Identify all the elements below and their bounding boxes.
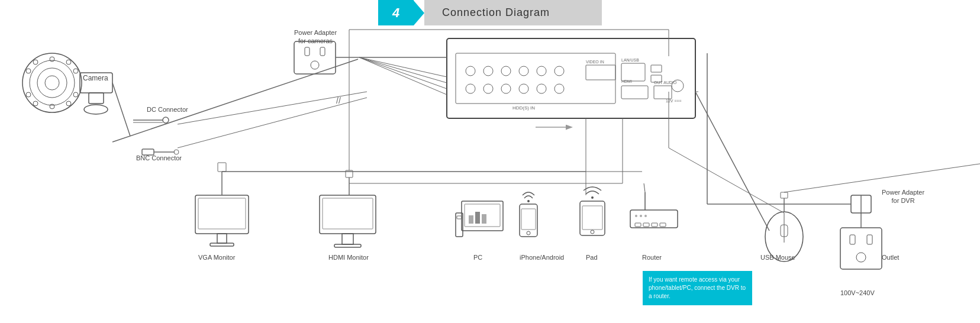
svg-point-5 (50, 104, 54, 109)
svg-point-7 (73, 69, 78, 73)
svg-line-97 (644, 183, 645, 192)
bnc-connector-device (142, 149, 179, 155)
dc-connector-device (133, 117, 169, 123)
svg-rect-85 (482, 214, 486, 224)
svg-rect-29 (447, 38, 695, 118)
svg-point-40 (519, 84, 528, 93)
svg-rect-66 (198, 198, 246, 229)
svg-rect-112 (840, 228, 882, 269)
svg-line-64 (695, 92, 769, 231)
svg-rect-45 (586, 65, 615, 80)
svg-point-2 (37, 68, 67, 98)
svg-point-23 (174, 150, 179, 154)
svg-rect-84 (475, 212, 480, 224)
router-device (630, 183, 678, 228)
svg-rect-110 (781, 192, 788, 198)
svg-point-10 (33, 60, 38, 64)
svg-rect-47 (651, 65, 662, 72)
svg-point-9 (73, 92, 78, 97)
svg-line-57 (359, 57, 447, 77)
svg-rect-14 (80, 73, 112, 93)
svg-point-13 (66, 101, 71, 106)
svg-point-6 (26, 69, 31, 73)
svg-rect-75 (334, 244, 361, 247)
svg-text://: // (336, 96, 341, 105)
svg-rect-65 (195, 195, 249, 234)
svg-rect-72 (320, 195, 376, 234)
svg-point-41 (537, 84, 546, 93)
svg-point-4 (50, 57, 54, 62)
svg-rect-102 (660, 223, 666, 227)
svg-rect-99 (635, 223, 641, 227)
svg-rect-83 (469, 215, 473, 224)
svg-point-95 (591, 196, 594, 199)
svg-rect-89 (521, 209, 536, 230)
svg-text:OUT AUDIO: OUT AUDIO (654, 80, 677, 85)
pc-device (456, 201, 503, 237)
svg-text:12V ===: 12V === (666, 99, 682, 103)
svg-rect-93 (582, 206, 602, 230)
svg-point-12 (33, 101, 38, 106)
svg-point-19 (163, 117, 169, 123)
svg-point-34 (519, 66, 528, 76)
pad-device (580, 187, 605, 235)
svg-line-56 (112, 59, 358, 142)
svg-rect-49 (621, 63, 645, 81)
svg-line-58 (359, 57, 447, 83)
svg-line-17 (112, 83, 130, 136)
outlet-device (707, 53, 882, 269)
svg-line-60 (359, 57, 447, 95)
connection-diagram-svg: HDMI VIDEO IN LAN/USB 12V === OUT AUDIO … (0, 0, 980, 323)
svg-rect-74 (342, 234, 353, 244)
svg-rect-67 (217, 234, 227, 243)
svg-text:HDD(S) IN: HDD(S) IN (512, 105, 535, 111)
svg-rect-101 (652, 223, 657, 227)
svg-rect-26 (320, 47, 325, 56)
svg-line-59 (359, 57, 447, 89)
svg-rect-15 (89, 93, 104, 104)
svg-point-105 (644, 215, 647, 217)
svg-rect-114 (867, 235, 872, 244)
vga-monitor-device (195, 163, 642, 246)
svg-point-39 (501, 84, 511, 93)
svg-rect-25 (305, 47, 310, 56)
svg-point-11 (66, 60, 71, 64)
svg-point-27 (311, 61, 319, 69)
svg-point-90 (527, 231, 530, 235)
svg-point-91 (527, 200, 530, 202)
camera-device (22, 53, 130, 136)
svg-point-35 (537, 66, 546, 76)
svg-rect-87 (457, 216, 462, 219)
svg-rect-71 (218, 163, 226, 172)
svg-point-0 (22, 53, 82, 112)
svg-point-16 (84, 105, 108, 114)
svg-rect-98 (630, 210, 678, 228)
svg-rect-43 (621, 86, 648, 99)
svg-point-31 (466, 66, 475, 76)
svg-point-3 (45, 76, 59, 90)
svg-text:LAN/USB: LAN/USB (621, 58, 639, 62)
svg-rect-113 (850, 235, 855, 244)
svg-point-38 (483, 84, 493, 93)
svg-rect-21 (142, 149, 154, 155)
svg-point-32 (483, 66, 493, 76)
svg-line-126 (669, 148, 784, 213)
svg-point-1 (30, 60, 75, 105)
svg-point-104 (640, 215, 642, 217)
svg-rect-73 (323, 198, 373, 229)
svg-point-103 (635, 215, 637, 217)
svg-point-94 (591, 230, 594, 234)
svg-point-37 (466, 84, 475, 93)
svg-rect-100 (643, 223, 649, 227)
iphone-device (520, 192, 537, 237)
dvr-device: HDMI VIDEO IN LAN/USB 12V === OUT AUDIO … (447, 38, 695, 118)
svg-point-33 (501, 66, 511, 76)
svg-line-111 (784, 95, 980, 192)
svg-point-8 (26, 92, 31, 97)
svg-text:VIDEO IN: VIDEO IN (586, 60, 604, 64)
svg-point-42 (555, 84, 564, 93)
svg-point-36 (555, 66, 564, 76)
svg-rect-68 (210, 243, 234, 246)
svg-point-115 (856, 253, 866, 262)
